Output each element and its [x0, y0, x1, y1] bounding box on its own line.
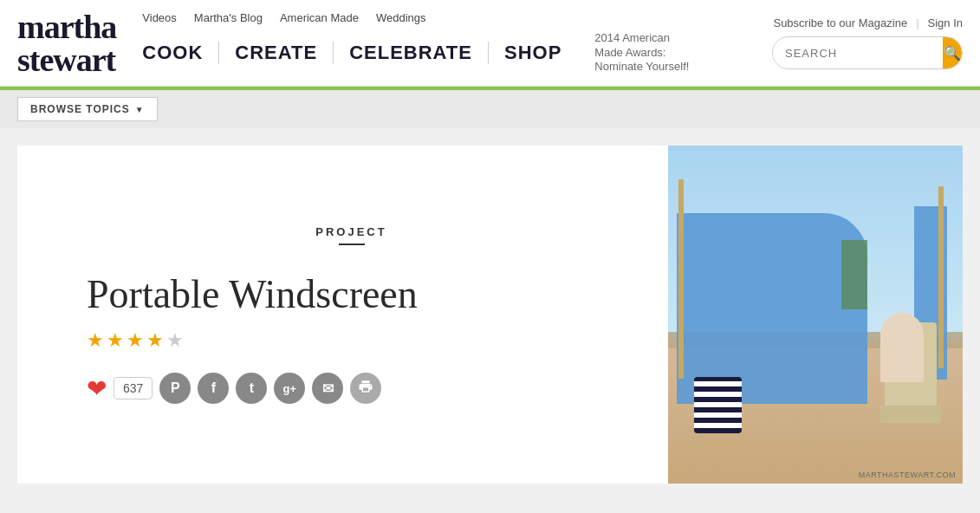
project-category-label: PROJECT	[87, 225, 616, 238]
header: martha stewart Videos Martha's Blog Amer…	[0, 0, 980, 87]
chevron-down-icon: ▼	[135, 105, 145, 114]
nav-videos[interactable]: Videos	[142, 11, 177, 24]
nav-celebrate[interactable]: CELEBRATE	[334, 42, 489, 64]
nav-shop[interactable]: SHOP	[489, 42, 577, 64]
twitter-icon: t	[250, 380, 254, 396]
twitter-button[interactable]: t	[236, 373, 267, 404]
windscreen-main	[677, 213, 867, 404]
header-links: Subscribe to our Magazine | Sign In	[773, 16, 963, 29]
star-3: ★	[127, 329, 144, 352]
beach-image: MARTHASTEWART.COM	[668, 146, 963, 484]
top-nav: Videos Martha's Blog American Made Weddi…	[142, 11, 772, 24]
logo-line2: stewart	[17, 43, 116, 76]
site-logo[interactable]: martha stewart	[17, 10, 116, 76]
header-right: Subscribe to our Magazine | Sign In 🔍	[772, 16, 963, 69]
browse-topics-label: BROWSE TOPICS	[30, 103, 130, 115]
star-rating: ★ ★ ★ ★ ★	[87, 329, 616, 352]
browse-topics-button[interactable]: BROWSE TOPICS ▼	[17, 97, 158, 121]
logo-line1: martha	[17, 10, 116, 43]
social-bar: ❤ 637 P f t g+ ✉	[87, 373, 616, 404]
search-input[interactable]	[773, 40, 943, 67]
pinterest-button[interactable]: P	[159, 373, 191, 404]
print-button[interactable]	[350, 373, 381, 404]
striped-bag	[694, 377, 742, 433]
subscribe-link[interactable]: Subscribe to our Magazine	[773, 16, 907, 29]
nav-cook[interactable]: COOK	[142, 42, 219, 64]
search-bar: 🔍	[772, 36, 963, 69]
pole-left	[678, 179, 684, 379]
gplus-icon: g+	[283, 382, 297, 395]
search-button[interactable]: 🔍	[943, 37, 962, 68]
like-button[interactable]: ❤	[87, 374, 107, 403]
gplus-button[interactable]: g+	[274, 373, 305, 404]
star-2: ★	[107, 329, 124, 352]
star-5: ★	[166, 329, 184, 352]
facebook-button[interactable]: f	[198, 373, 229, 404]
facebook-icon: f	[211, 380, 216, 396]
main-content: PROJECT Portable Windscreen ★ ★ ★ ★ ★ ❤ …	[0, 128, 980, 501]
browse-bar: BROWSE TOPICS ▼	[0, 90, 980, 128]
star-1: ★	[87, 329, 104, 352]
nav-weddings[interactable]: Weddings	[376, 11, 426, 24]
nav-create[interactable]: CREATE	[219, 42, 334, 64]
watermark-text: MARTHASTEWART.COM	[859, 471, 956, 479]
email-icon: ✉	[322, 380, 334, 397]
search-icon: 🔍	[944, 45, 961, 62]
person	[880, 313, 924, 382]
print-icon	[358, 379, 373, 399]
email-button[interactable]: ✉	[312, 373, 343, 404]
main-nav: COOK CREATE CELEBRATE SHOP 2014 American…	[142, 31, 772, 75]
nav-american-made[interactable]: American Made	[280, 11, 359, 24]
like-count: 637	[114, 377, 153, 399]
star-4: ★	[146, 329, 164, 352]
project-image-panel: MARTHASTEWART.COM	[668, 146, 963, 484]
chair-seat	[880, 406, 941, 423]
project-divider	[339, 244, 365, 245]
content-card: PROJECT Portable Windscreen ★ ★ ★ ★ ★ ❤ …	[17, 146, 668, 484]
towel	[841, 240, 867, 309]
promo-text[interactable]: 2014 American Made Awards: Nominate Your…	[594, 31, 698, 75]
pinterest-icon: P	[171, 380, 180, 396]
signin-link[interactable]: Sign In	[928, 16, 963, 29]
pole-right	[938, 186, 944, 368]
pipe-divider: |	[916, 16, 918, 29]
nav-area: Videos Martha's Blog American Made Weddi…	[142, 11, 772, 75]
project-title: Portable Windscreen	[87, 271, 616, 317]
nav-marthas-blog[interactable]: Martha's Blog	[194, 11, 263, 24]
